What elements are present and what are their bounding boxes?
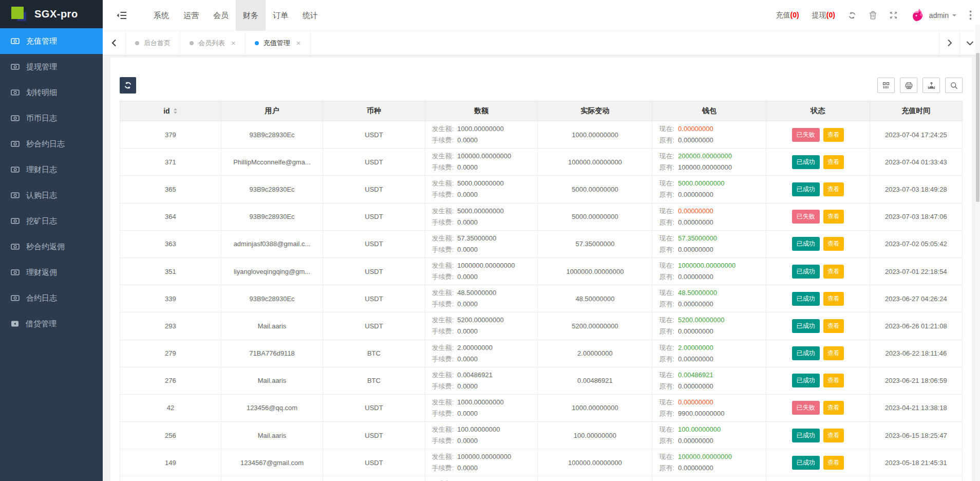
row-wallet-cell: 现在:0.00000000原有:0.00000000 xyxy=(652,121,766,149)
wallet-now-value: 100.00000000 xyxy=(678,424,721,435)
field-label: 现在: xyxy=(659,151,674,162)
money-icon xyxy=(11,165,20,174)
wallet-now-value: 5200.00000000 xyxy=(678,314,724,326)
row-wallet-cell: 现在:0.00000000原有:0.00000000 xyxy=(652,203,766,230)
tab-close-icon[interactable]: × xyxy=(296,39,301,47)
tab-close-icon[interactable]: × xyxy=(231,39,236,47)
nav-item-member[interactable]: 会员 xyxy=(206,0,236,31)
status-badge: 已成功 xyxy=(792,429,820,442)
row-time-cell: 2023-07-04 17:24:25 xyxy=(870,121,962,149)
sidebar-item-contract-log[interactable]: 合约日志 xyxy=(0,285,103,311)
nav-item-system[interactable]: 系统 xyxy=(146,0,176,31)
fullscreen-icon[interactable] xyxy=(890,11,897,19)
view-button[interactable]: 查看 xyxy=(823,237,844,251)
field-label: 手续费: xyxy=(432,381,454,392)
table-refresh-button[interactable] xyxy=(120,77,136,94)
tab-recharge[interactable]: 充值管理× xyxy=(246,31,311,55)
field-label: 发生额: xyxy=(432,342,454,354)
sidebar-item-mining-log[interactable]: 挖矿日志 xyxy=(0,208,103,234)
sidebar-item-subscribe-log[interactable]: 认购日志 xyxy=(0,182,103,208)
scrollbar-thumb[interactable] xyxy=(976,53,979,202)
sidebar-item-recharge[interactable]: 充值管理 xyxy=(0,28,103,54)
sidebar-item-second-contract-log[interactable]: 秒合约日志 xyxy=(0,131,103,157)
field-label: 原有: xyxy=(659,189,674,200)
status-badge: 已失败 xyxy=(792,210,820,224)
view-button[interactable]: 查看 xyxy=(823,210,844,224)
sort-icon[interactable] xyxy=(173,107,178,115)
sidebar-item-wealth-rebate[interactable]: 理财返佣 xyxy=(0,260,103,285)
field-label: 原有: xyxy=(659,244,674,255)
print-button[interactable] xyxy=(900,78,917,93)
trash-icon[interactable] xyxy=(869,11,877,20)
sidebar-item-coin-log[interactable]: 币币日志 xyxy=(0,105,103,131)
sidebar-item-loan[interactable]: 借贷管理 xyxy=(0,311,103,337)
nav-item-order[interactable]: 订单 xyxy=(266,0,295,31)
export-button[interactable] xyxy=(922,78,940,93)
print-icon xyxy=(905,82,913,89)
app-logo: SGX-pro xyxy=(0,0,103,28)
view-button[interactable]: 查看 xyxy=(823,292,844,306)
view-button[interactable]: 查看 xyxy=(823,155,844,169)
status-badge: 已成功 xyxy=(792,319,820,333)
status-badge: 已成功 xyxy=(792,265,820,279)
view-button[interactable]: 查看 xyxy=(823,319,844,333)
field-label: 发生额: xyxy=(432,123,454,135)
tab-home[interactable]: 后台首页 xyxy=(125,31,180,55)
field-label: 原有: xyxy=(659,435,674,447)
search-button[interactable] xyxy=(945,78,963,93)
menu-fold-icon[interactable] xyxy=(116,11,127,20)
tabs-scroll-left-icon[interactable] xyxy=(103,31,125,55)
row-user-cell: 93B9c28930Ec xyxy=(221,176,323,203)
tab-member-list[interactable]: 会员列表× xyxy=(180,31,246,55)
nav-item-operation[interactable]: 运营 xyxy=(176,0,206,31)
view-button[interactable]: 查看 xyxy=(823,182,844,196)
tabs-scroll-right-icon[interactable] xyxy=(939,31,959,55)
column-header-id[interactable]: id xyxy=(120,101,221,121)
withdraw-counter-link[interactable]: 提现(0) xyxy=(812,11,835,20)
row-change-cell: 48.50000000 xyxy=(538,285,652,312)
tab-label: 充值管理 xyxy=(263,39,290,48)
money-icon xyxy=(11,294,20,302)
table-row: 36593B9c28930EcUSDT发生额:5000.00000000手续费:… xyxy=(120,176,963,203)
row-amount-cell: 发生额:100000.00000000手续费:0.0000 xyxy=(425,449,538,476)
sidebar-item-transfer-detail[interactable]: 划转明细 xyxy=(0,80,103,105)
view-button[interactable]: 查看 xyxy=(823,374,844,387)
nav-item-finance[interactable]: 财务 xyxy=(236,0,266,31)
wallet-orig-value: 0.00000000 xyxy=(678,217,713,228)
sidebar-item-second-contract-rebate[interactable]: 秒合约返佣 xyxy=(0,234,103,260)
amount-value: 100.00000000 xyxy=(457,424,500,435)
row-wallet-cell: 现在:100000.00000000原有:0.00000000 xyxy=(652,449,766,476)
sidebar-item-wealth-log[interactable]: 理财日志 xyxy=(0,157,103,182)
view-button[interactable]: 查看 xyxy=(823,128,844,142)
table-row: 293Mail.aarisUSDT发生额:5200.00000000手续费:0.… xyxy=(120,312,963,340)
view-button[interactable]: 查看 xyxy=(823,265,844,279)
nav-item-statistics[interactable]: 统计 xyxy=(295,0,325,31)
row-id-cell: 351 xyxy=(120,257,221,285)
field-label: 发生额: xyxy=(432,233,454,244)
top-navigation: 系统运营会员财务订单统计 xyxy=(146,0,325,31)
more-vertical-icon[interactable] xyxy=(969,10,972,20)
sidebar-item-withdraw[interactable]: 提现管理 xyxy=(0,54,103,80)
columns-button[interactable] xyxy=(877,78,895,93)
field-label: 发生额: xyxy=(432,424,454,435)
row-status-cell: 已成功查看 xyxy=(766,367,870,394)
recharge-counter-link[interactable]: 充值(0) xyxy=(776,11,799,20)
wallet-now-value: 57.35000000 xyxy=(678,233,717,244)
fee-value: 0.0000 xyxy=(457,217,478,228)
scrollbar[interactable] xyxy=(975,25,980,481)
column-label: 钱包 xyxy=(702,106,717,116)
view-button[interactable]: 查看 xyxy=(823,456,844,470)
fee-value: 0.0000 xyxy=(457,244,478,255)
field-label: 发生额: xyxy=(432,314,454,326)
field-label: 手续费: xyxy=(432,189,454,200)
row-time-cell: 2023-05-18 21:45:31 xyxy=(870,449,962,476)
row-user-cell: liyangloveqingqing@gm... xyxy=(221,257,323,285)
open-tabs: 后台首页会员列表×充值管理× xyxy=(125,31,311,55)
view-button[interactable]: 查看 xyxy=(823,401,844,415)
view-button[interactable]: 查看 xyxy=(823,346,844,360)
refresh-icon[interactable] xyxy=(848,11,856,20)
view-button[interactable]: 查看 xyxy=(823,429,844,442)
table-row: 11371BA776d9118USDT发生额:100000.00000000手续… xyxy=(120,476,963,481)
row-time-cell: 2023-07-01 22:18:54 xyxy=(870,257,962,285)
user-menu[interactable]: admin xyxy=(910,8,956,23)
